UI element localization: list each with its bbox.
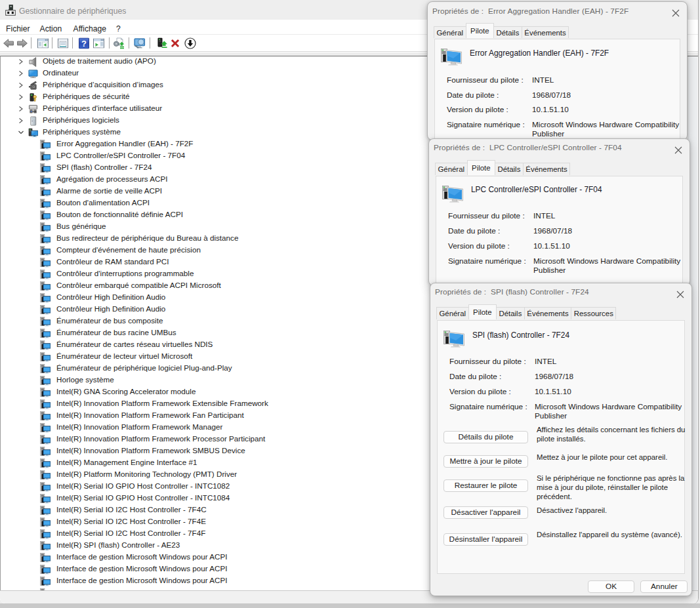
svg-text:?: ? bbox=[81, 38, 87, 48]
